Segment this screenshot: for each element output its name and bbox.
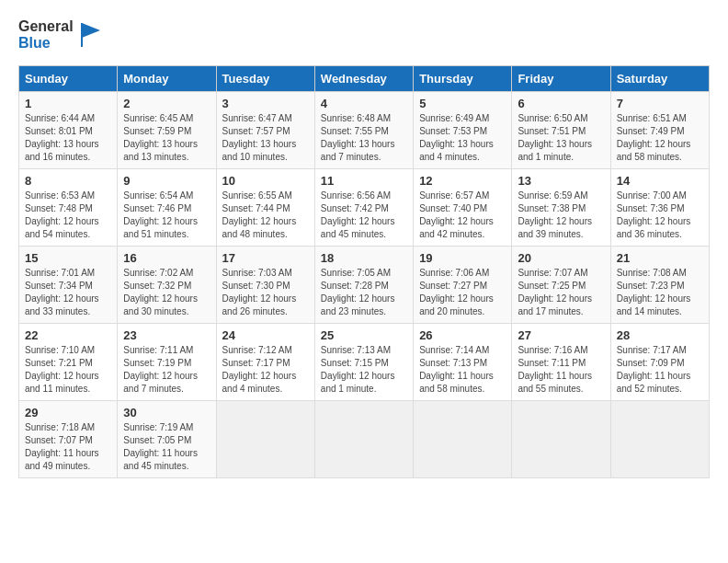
day-detail: Sunrise: 6:57 AMSunset: 7:40 PMDaylight:… [419,190,506,241]
day-number: 23 [123,328,210,342]
day-number: 6 [518,97,604,110]
day-number: 26 [419,328,506,342]
calendar-cell [314,401,413,478]
day-number: 8 [25,174,111,188]
calendar-table: SundayMondayTuesdayWednesdayThursdayFrid… [18,65,710,478]
col-header-friday: Friday [512,66,610,92]
calendar-cell: 15Sunrise: 7:01 AMSunset: 7:34 PMDayligh… [19,247,118,324]
day-number: 12 [419,174,506,188]
calendar-cell: 23Sunrise: 7:11 AMSunset: 7:19 PMDayligh… [118,324,216,401]
col-header-saturday: Saturday [610,66,709,92]
day-detail: Sunrise: 7:06 AMSunset: 7:27 PMDaylight:… [419,267,506,318]
day-detail: Sunrise: 7:07 AMSunset: 7:25 PMDaylight:… [518,267,604,318]
day-detail: Sunrise: 6:47 AMSunset: 7:57 PMDaylight:… [222,112,309,164]
day-number: 10 [222,174,309,188]
day-number: 7 [617,97,703,110]
calendar-cell: 9Sunrise: 6:54 AMSunset: 7:46 PMDaylight… [118,169,216,247]
calendar-week-row: 29Sunrise: 7:18 AMSunset: 7:07 PMDayligh… [19,401,710,478]
calendar-cell: 21Sunrise: 7:08 AMSunset: 7:23 PMDayligh… [610,247,709,324]
day-detail: Sunrise: 6:56 AMSunset: 7:42 PMDaylight:… [321,190,407,241]
day-number: 17 [222,251,309,265]
logo-blue: Blue [18,35,74,52]
day-detail: Sunrise: 6:51 AMSunset: 7:49 PMDaylight:… [617,112,703,164]
day-number: 27 [518,328,604,342]
day-number: 18 [321,251,407,265]
day-number: 22 [25,328,111,342]
day-detail: Sunrise: 6:54 AMSunset: 7:46 PMDaylight:… [123,190,210,241]
day-number: 16 [123,251,210,265]
day-number: 19 [419,251,506,265]
day-number: 21 [617,251,703,265]
calendar-cell: 14Sunrise: 7:00 AMSunset: 7:36 PMDayligh… [610,169,709,247]
calendar-cell: 13Sunrise: 6:59 AMSunset: 7:38 PMDayligh… [512,169,610,247]
calendar-week-row: 22Sunrise: 7:10 AMSunset: 7:21 PMDayligh… [19,324,710,401]
day-number: 20 [518,251,604,265]
day-number: 3 [222,97,309,110]
col-header-wednesday: Wednesday [314,66,413,92]
calendar-cell: 22Sunrise: 7:10 AMSunset: 7:21 PMDayligh… [19,324,118,401]
day-number: 30 [123,406,210,419]
calendar-cell: 12Sunrise: 6:57 AMSunset: 7:40 PMDayligh… [414,169,512,247]
day-detail: Sunrise: 7:13 AMSunset: 7:15 PMDaylight:… [321,344,407,396]
day-detail: Sunrise: 7:14 AMSunset: 7:13 PMDaylight:… [419,344,506,396]
calendar-cell: 17Sunrise: 7:03 AMSunset: 7:30 PMDayligh… [216,247,314,324]
day-number: 24 [222,328,309,342]
col-header-monday: Monday [118,66,216,92]
day-number: 29 [25,406,111,419]
calendar-cell: 25Sunrise: 7:13 AMSunset: 7:15 PMDayligh… [314,324,413,401]
day-detail: Sunrise: 6:50 AMSunset: 7:51 PMDaylight:… [518,112,604,164]
page-header: General Blue [18,18,710,51]
svg-rect-0 [81,23,83,47]
day-detail: Sunrise: 6:44 AMSunset: 8:01 PMDaylight:… [25,112,111,164]
calendar-cell: 3Sunrise: 6:47 AMSunset: 7:57 PMDaylight… [216,92,314,169]
day-detail: Sunrise: 6:59 AMSunset: 7:38 PMDaylight:… [518,190,604,241]
day-number: 5 [419,97,506,110]
calendar-cell: 1Sunrise: 6:44 AMSunset: 8:01 PMDaylight… [19,92,118,169]
day-detail: Sunrise: 7:16 AMSunset: 7:11 PMDaylight:… [518,344,604,396]
calendar-cell: 28Sunrise: 7:17 AMSunset: 7:09 PMDayligh… [610,324,709,401]
day-number: 4 [321,97,407,110]
day-detail: Sunrise: 7:12 AMSunset: 7:17 PMDaylight:… [222,344,309,396]
day-number: 14 [617,174,703,188]
calendar-cell: 5Sunrise: 6:49 AMSunset: 7:53 PMDaylight… [414,92,512,169]
day-detail: Sunrise: 7:02 AMSunset: 7:32 PMDaylight:… [123,267,210,318]
calendar-cell: 16Sunrise: 7:02 AMSunset: 7:32 PMDayligh… [118,247,216,324]
calendar-week-row: 8Sunrise: 6:53 AMSunset: 7:48 PMDaylight… [19,169,710,247]
day-detail: Sunrise: 6:49 AMSunset: 7:53 PMDaylight:… [419,112,506,164]
day-number: 9 [123,174,210,188]
calendar-cell: 29Sunrise: 7:18 AMSunset: 7:07 PMDayligh… [19,401,118,478]
day-number: 25 [321,328,407,342]
calendar-cell: 2Sunrise: 6:45 AMSunset: 7:59 PMDaylight… [118,92,216,169]
day-detail: Sunrise: 7:18 AMSunset: 7:07 PMDaylight:… [25,421,111,473]
calendar-cell [512,401,610,478]
calendar-cell: 18Sunrise: 7:05 AMSunset: 7:28 PMDayligh… [314,247,413,324]
day-detail: Sunrise: 6:53 AMSunset: 7:48 PMDaylight:… [25,190,111,241]
calendar-cell [610,401,709,478]
day-detail: Sunrise: 7:05 AMSunset: 7:28 PMDaylight:… [321,267,407,318]
day-number: 2 [123,97,210,110]
calendar-cell: 27Sunrise: 7:16 AMSunset: 7:11 PMDayligh… [512,324,610,401]
day-detail: Sunrise: 7:03 AMSunset: 7:30 PMDaylight:… [222,267,309,318]
day-detail: Sunrise: 6:48 AMSunset: 7:55 PMDaylight:… [321,112,407,164]
day-number: 1 [25,97,111,110]
day-number: 11 [321,174,407,188]
calendar-cell: 30Sunrise: 7:19 AMSunset: 7:05 PMDayligh… [118,401,216,478]
calendar-week-row: 15Sunrise: 7:01 AMSunset: 7:34 PMDayligh… [19,247,710,324]
calendar-cell: 7Sunrise: 6:51 AMSunset: 7:49 PMDaylight… [610,92,709,169]
calendar-cell: 8Sunrise: 6:53 AMSunset: 7:48 PMDaylight… [19,169,118,247]
calendar-week-row: 1Sunrise: 6:44 AMSunset: 8:01 PMDaylight… [19,92,710,169]
calendar-cell: 24Sunrise: 7:12 AMSunset: 7:17 PMDayligh… [216,324,314,401]
logo-text-block: General Blue [18,18,74,51]
day-number: 13 [518,174,604,188]
day-detail: Sunrise: 6:55 AMSunset: 7:44 PMDaylight:… [222,190,309,241]
col-header-thursday: Thursday [414,66,512,92]
calendar-cell: 10Sunrise: 6:55 AMSunset: 7:44 PMDayligh… [216,169,314,247]
logo-general: General [18,18,74,35]
logo: General Blue [18,18,105,51]
day-number: 15 [25,251,111,265]
col-header-sunday: Sunday [19,66,118,92]
col-header-tuesday: Tuesday [216,66,314,92]
logo-flag-icon [77,21,105,49]
day-detail: Sunrise: 7:11 AMSunset: 7:19 PMDaylight:… [123,344,210,396]
calendar-cell [216,401,314,478]
